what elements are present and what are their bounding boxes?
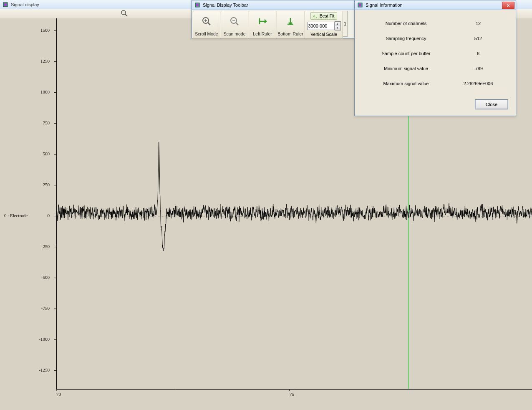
svg-line-11 — [236, 23, 238, 25]
vertical-scale-group: az Best Fit ▲▼ Vertical Scale — [305, 11, 343, 38]
vertical-scale-label: Vertical Scale — [310, 32, 337, 37]
close-button[interactable]: Close — [475, 99, 508, 109]
toolbar-window-title: Signal Display Toolbar — [203, 3, 248, 8]
info-label: Sampling frequency — [363, 36, 449, 41]
left-ruler-icon — [257, 11, 268, 31]
partial-value: 1 — [344, 21, 346, 26]
svg-rect-5 — [196, 4, 199, 6]
svg-rect-18 — [359, 4, 361, 6]
bottom-ruler-label: Bottom Ruler — [277, 31, 303, 36]
info-row: Minimum signal value-789 — [363, 61, 507, 76]
toolbar-window[interactable]: Signal Display Toolbar Scroll Mode Scan … — [192, 0, 355, 38]
zoom-icon[interactable] — [121, 10, 128, 17]
spinner-arrows[interactable]: ▲▼ — [335, 21, 341, 30]
left-ruler-button[interactable]: Left Ruler — [249, 11, 276, 38]
close-icon[interactable]: ✕ — [502, 2, 514, 9]
best-fit-button[interactable]: az Best Fit — [310, 12, 338, 20]
app-icon — [357, 2, 363, 8]
scroll-mode-button[interactable]: Scroll Mode — [193, 11, 220, 38]
bottom-ruler-icon — [286, 11, 295, 31]
info-label: Minimum signal value — [363, 66, 449, 71]
svg-line-3 — [125, 14, 127, 16]
magnifier-minus-icon — [229, 11, 240, 31]
svg-point-2 — [121, 10, 126, 15]
chevron-down-icon[interactable]: ▼ — [335, 26, 340, 30]
info-value: 8 — [449, 51, 507, 56]
info-row: Number of channels12 — [363, 16, 507, 31]
left-ruler-label: Left Ruler — [253, 31, 272, 36]
info-value: 2.28269e+006 — [449, 81, 507, 86]
magnifier-plus-icon — [202, 11, 212, 31]
info-value: 512 — [449, 36, 507, 41]
info-label: Sample count per buffer — [363, 51, 449, 56]
info-row: Maximum signal value2.28269e+006 — [363, 76, 507, 91]
info-window[interactable]: Signal Information ✕ Number of channels1… — [354, 0, 516, 116]
scroll-mode-label: Scroll Mode — [195, 31, 218, 36]
chevron-up-icon[interactable]: ▲ — [335, 22, 340, 26]
info-value: -789 — [449, 66, 507, 71]
info-label: Maximum signal value — [363, 81, 449, 86]
info-row: Sample count per buffer8 — [363, 46, 507, 61]
svg-text:z: z — [316, 16, 317, 18]
vertical-scale-spinner[interactable]: ▲▼ — [307, 21, 341, 30]
partial-spinner[interactable]: 1 — [343, 11, 348, 37]
info-window-title: Signal Information — [366, 3, 403, 8]
bottom-ruler-button[interactable]: Bottom Ruler — [277, 11, 304, 38]
main-window-title: Signal display — [11, 2, 39, 7]
toolbar-body: Scroll Mode Scan mode Left Ruler Bottom … — [192, 10, 355, 39]
close-button-label: Close — [486, 102, 497, 107]
scan-mode-label: Scan mode — [223, 31, 245, 36]
info-window-titlebar[interactable]: Signal Information ✕ — [355, 0, 516, 10]
toolbar-window-titlebar[interactable]: Signal Display Toolbar — [192, 0, 355, 10]
vertical-scale-input[interactable] — [307, 22, 335, 30]
info-body: Number of channels12 Sampling frequency5… — [355, 10, 516, 97]
info-label: Number of channels — [363, 21, 449, 26]
app-icon — [194, 2, 200, 8]
info-row: Sampling frequency512 — [363, 31, 507, 46]
best-fit-icon: az — [313, 13, 318, 18]
app-icon — [3, 2, 8, 8]
scan-mode-button[interactable]: Scan mode — [221, 11, 248, 38]
info-value: 12 — [449, 21, 507, 26]
svg-text:a: a — [313, 14, 315, 18]
best-fit-label: Best Fit — [320, 13, 335, 18]
svg-line-7 — [208, 23, 210, 25]
svg-rect-1 — [4, 3, 7, 6]
